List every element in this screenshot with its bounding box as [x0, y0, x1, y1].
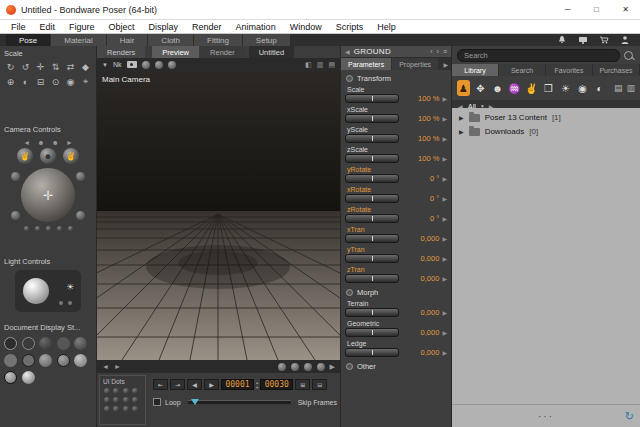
cameras-category-icon[interactable]: ◉ — [576, 80, 589, 96]
ui-dot[interactable] — [123, 397, 129, 403]
left-hand-camera-button[interactable]: ✌ — [17, 148, 33, 164]
tab-hair[interactable]: Hair — [107, 34, 148, 46]
minimize-button[interactable]: ─ — [553, 0, 582, 19]
pan-ball-icon[interactable] — [155, 61, 163, 69]
color-tool-icon[interactable]: ◐ — [18, 75, 33, 88]
camera-selector-caret-icon[interactable]: ▼ — [102, 62, 108, 68]
go-to-start-button[interactable]: ⇤ — [153, 379, 168, 390]
ui-dot[interactable] — [113, 406, 119, 412]
ui-dot[interactable] — [123, 388, 129, 394]
loop-checkbox[interactable] — [153, 398, 161, 406]
frame-spinner[interactable]: ▴ ▾ — [256, 380, 258, 390]
step-back-button[interactable]: ◀ — [187, 379, 202, 390]
menu-file[interactable]: File — [4, 22, 33, 32]
param-dial[interactable] — [345, 214, 399, 223]
orbit-ball-icon[interactable] — [142, 61, 150, 69]
param-value[interactable]: 0,000 — [402, 234, 439, 243]
next-frame-icon[interactable]: ► — [114, 363, 121, 370]
camera-dot[interactable] — [57, 226, 62, 231]
messages-icon[interactable] — [578, 35, 588, 45]
camera-dot[interactable] — [68, 226, 73, 231]
param-menu-icon[interactable]: ▶ — [442, 175, 447, 182]
tab-search[interactable]: Search — [499, 64, 545, 76]
tab-library[interactable]: Library — [452, 64, 498, 76]
view-split-icon[interactable]: ◧ — [305, 61, 312, 69]
refresh-icon[interactable]: ↻ — [625, 410, 634, 423]
close-button[interactable]: ✕ — [611, 0, 640, 19]
play-button[interactable]: ▶ — [204, 379, 219, 390]
timeline-scrubber[interactable] — [188, 400, 291, 404]
param-menu-icon[interactable]: ▶ — [442, 95, 447, 102]
param-dial[interactable] — [345, 254, 399, 263]
materials-category-icon[interactable]: ◐ — [593, 80, 606, 96]
camera-next-icon[interactable]: ► — [66, 139, 73, 146]
param-dial[interactable] — [345, 94, 399, 103]
camera-view-icon[interactable] — [127, 61, 137, 68]
tab-purchases[interactable]: Purchases — [593, 64, 639, 76]
display-style-swatch[interactable] — [4, 371, 17, 384]
light-dot[interactable] — [59, 301, 63, 305]
param-value[interactable]: 0 ° — [402, 214, 439, 223]
view-options-icon[interactable]: ▤ — [328, 61, 335, 69]
tab-material[interactable]: Material — [51, 34, 105, 46]
camera-dot[interactable] — [24, 226, 29, 231]
param-value[interactable]: 100 % — [402, 134, 439, 143]
camera-focal-ball[interactable] — [11, 211, 20, 220]
poses-category-icon[interactable]: ✥ — [474, 80, 487, 96]
menu-help[interactable]: Help — [370, 22, 403, 32]
menu-scripts[interactable]: Scripts — [329, 22, 371, 32]
translate-inout-tool-icon[interactable]: ⇅ — [48, 60, 63, 73]
scale-tool-icon[interactable]: ⇄ — [63, 60, 78, 73]
tab-properties[interactable]: Properties — [392, 58, 438, 70]
param-menu-icon[interactable]: ▶ — [442, 215, 447, 222]
param-dial[interactable] — [345, 308, 399, 317]
maximize-button[interactable]: □ — [582, 0, 611, 19]
param-value[interactable]: 0 ° — [402, 194, 439, 203]
search-icon[interactable] — [624, 51, 633, 60]
prev-frame-icon[interactable]: ◄ — [102, 363, 109, 370]
hair-category-icon[interactable]: ♒ — [508, 80, 521, 96]
ui-dot[interactable] — [104, 388, 110, 394]
view-magnifier-tool-icon[interactable]: ⊙ — [48, 75, 63, 88]
menu-object[interactable]: Object — [102, 22, 142, 32]
param-menu-icon[interactable]: ▶ — [442, 329, 447, 336]
next-actor-icon[interactable]: › — [437, 48, 439, 55]
param-dial[interactable] — [345, 134, 399, 143]
panel-collapse-icon[interactable]: ◀ — [345, 48, 350, 55]
section-other[interactable]: Other — [341, 359, 451, 373]
search-input[interactable] — [457, 49, 620, 62]
ui-dot[interactable] — [123, 406, 129, 412]
param-value[interactable]: 100 % — [402, 114, 439, 123]
style-ball-icon[interactable] — [317, 363, 325, 371]
go-to-end-button[interactable]: ⇥ — [170, 379, 185, 390]
strip-more-icon[interactable]: ▶ — [330, 363, 335, 371]
style-ball-icon[interactable] — [278, 363, 286, 371]
add-frames-button[interactable]: ⊞ — [295, 379, 310, 390]
display-style-swatch[interactable] — [22, 354, 35, 367]
ui-dot[interactable] — [113, 388, 119, 394]
tab-fitting[interactable]: Fitting — [194, 34, 242, 46]
ui-dot[interactable] — [132, 388, 138, 394]
menu-window[interactable]: Window — [283, 22, 329, 32]
dolly-ball-icon[interactable] — [168, 61, 176, 69]
chain-break-tool-icon[interactable]: ⊕ — [3, 75, 18, 88]
style-ball-icon[interactable] — [291, 363, 299, 371]
param-menu-icon[interactable]: ▶ — [442, 349, 447, 356]
camera-scale-ball[interactable] — [76, 172, 85, 181]
display-style-swatch[interactable] — [4, 354, 17, 367]
param-value[interactable]: 0,000 — [402, 274, 439, 283]
translate-pull-tool-icon[interactable]: ✛ — [33, 60, 48, 73]
notifications-bell-icon[interactable] — [557, 35, 567, 45]
param-value[interactable]: 0,000 — [402, 348, 439, 357]
camera-selector[interactable]: Nk — [113, 61, 122, 68]
lights-category-icon[interactable]: ☀ — [559, 80, 572, 96]
ui-dot[interactable] — [104, 397, 110, 403]
morphing-tool-icon[interactable]: ◉ — [63, 75, 78, 88]
param-value[interactable]: 100 % — [402, 154, 439, 163]
tree-item-poser13-content[interactable]: ▶ Poser 13 Content [1] — [452, 108, 640, 122]
collections-icon[interactable]: ▤ — [614, 83, 623, 93]
param-menu-icon[interactable]: ▶ — [442, 275, 447, 282]
param-value[interactable]: 0,000 — [402, 328, 439, 337]
camera-dot[interactable] — [46, 226, 51, 231]
tab-parameters[interactable]: Parameters — [341, 58, 391, 70]
